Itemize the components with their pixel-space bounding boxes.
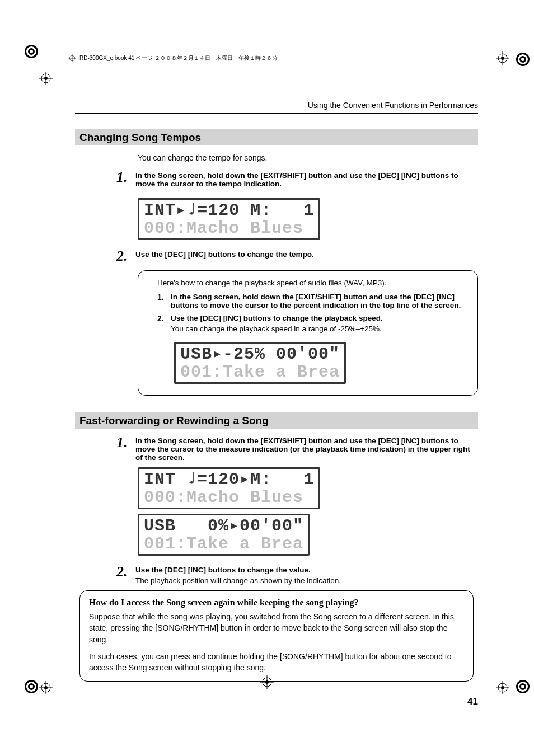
svg-point-3 (30, 50, 33, 53)
step-number: 1 (116, 170, 135, 185)
registration-mark-icon (515, 51, 531, 67)
note-step-2: 2. Use the [DEC] [INC] buttons to change… (157, 314, 466, 333)
note-step-1: 1. In the Song screen, hold down the [EX… (157, 293, 466, 309)
crosshair-icon (39, 72, 53, 85)
note-box-playback-speed: Here's how to change the playback speed … (138, 270, 478, 396)
step-2-text: Use the [DEC] [INC] buttons to change th… (135, 566, 311, 574)
lcd-line: USB▸-25% 00'00" (180, 345, 340, 364)
registration-mark-icon (24, 679, 39, 694)
lcd-display-usb-time: USB 0%▸00'00" 001:Take a Brea (138, 514, 310, 556)
section-heading-fastforward: Fast-forwarding or Rewinding a Song (75, 412, 478, 429)
svg-point-7 (521, 58, 524, 61)
step-number: 1 (116, 435, 135, 450)
step-1-text: In the Song screen, hold down the [EXIT/… (135, 436, 470, 462)
svg-point-31 (44, 686, 48, 689)
lcd-line: INT▸♩=120 M: 1 (144, 201, 314, 220)
note-step-number: 2. (157, 314, 171, 323)
step-1: 1 In the Song screen, hold down the [EXI… (116, 436, 478, 462)
svg-point-23 (501, 57, 504, 60)
step-1: 1 In the Song screen, hold down the [EXI… (116, 171, 478, 188)
lcd-line: INT ♩=120▸M: 1 (144, 470, 314, 489)
note-intro: Here's how to change the playback speed … (157, 279, 466, 287)
note-step-number: 1. (157, 293, 171, 302)
step-2-text: Use the [DEC] [INC] buttons to change th… (135, 250, 314, 259)
svg-point-11 (30, 685, 33, 688)
svg-point-35 (501, 686, 504, 689)
lcd-display-measure: INT ♩=120▸M: 1 000:Macho Blues (138, 467, 320, 509)
step-2: 2 Use the [DEC] [INC] buttons to change … (116, 250, 478, 265)
tip-paragraph: Suppose that while the song was playing,… (89, 611, 464, 645)
lcd-line: 001:Take a Brea (144, 534, 303, 553)
lcd-line: USB 0%▸00'00" (144, 516, 303, 536)
tip-box: How do I access the Song screen again wh… (79, 590, 474, 682)
step-2-followup: The playback position will change as sho… (135, 576, 478, 585)
note-step-2-text: Use the [DEC] [INC] buttons to change th… (171, 314, 383, 322)
running-head: Using the Convenient Functions in Perfor… (75, 101, 478, 110)
step-number: 2 (116, 565, 135, 579)
note-step-1-text: In the Song screen, hold down the [EXIT/… (171, 293, 461, 309)
tip-title: How do I access the Song screen again wh… (89, 598, 464, 608)
crosshair-icon (39, 681, 53, 694)
section-heading-tempos: Changing Song Tempos (75, 129, 478, 145)
lcd-line: 001:Take a Brea (180, 363, 340, 382)
svg-point-19 (44, 77, 48, 80)
step-1-text: In the Song screen, hold down the [EXIT/… (135, 171, 458, 188)
lcd-line: 000:Macho Blues (144, 488, 303, 507)
step-number: 2 (116, 249, 135, 264)
page-number: 41 (75, 696, 478, 707)
crosshair-icon (496, 51, 509, 65)
crosshair-icon (496, 681, 509, 694)
registration-mark-icon (24, 44, 39, 59)
tip-paragraph: In such cases, you can press and continu… (89, 651, 464, 674)
print-header-text: RD-300GX_e.book 41 ページ ２００８年２月１４日 木曜日 午後… (79, 54, 278, 62)
svg-point-15 (521, 685, 524, 688)
crosshair-icon (68, 54, 76, 62)
lcd-display-tempo: INT▸♩=120 M: 1 000:Macho Blues (138, 198, 320, 240)
note-step-2-followup: You can change the playback speed in a r… (171, 325, 466, 333)
lcd-line: 000:Macho Blues (144, 219, 303, 238)
step-2: 2 Use the [DEC] [INC] buttons to change … (116, 566, 478, 585)
intro-text: You can change the tempo for songs. (138, 153, 478, 162)
running-head-rule (75, 113, 478, 114)
lcd-display-usb-speed: USB▸-25% 00'00" 001:Take a Brea (174, 342, 346, 384)
print-header-stamp: RD-300GX_e.book 41 ページ ２００８年２月１４日 木曜日 午後… (68, 54, 278, 62)
registration-mark-icon (515, 679, 531, 694)
